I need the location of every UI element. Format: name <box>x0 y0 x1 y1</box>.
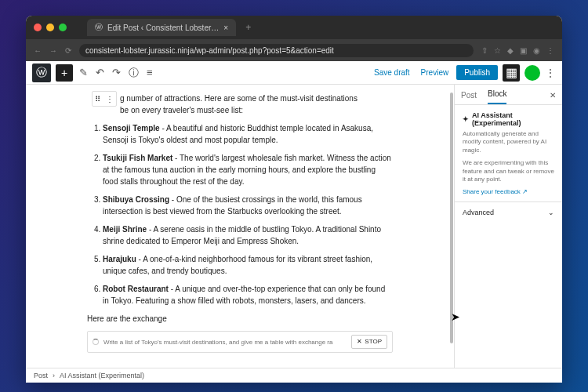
after-paragraph[interactable]: Here are the exchange <box>87 313 393 325</box>
list-item[interactable]: Robot Restaurant - A unique and over-the… <box>103 283 393 307</box>
chevron-down-icon: ⌄ <box>548 209 554 216</box>
settings-sidebar: Post Block ✕ ✦ AI Assistant (Experimenta… <box>454 85 562 368</box>
ai-assistant-input-box[interactable]: ✕ STOP <box>87 331 393 353</box>
star-icon[interactable]: ☆ <box>494 46 501 55</box>
editor-body: ⠿ ⋮ g number of attractions. Here are so… <box>26 85 562 368</box>
titlebar: ⓦ Edit Post ‹ Consistent Lobster… × + <box>26 16 562 39</box>
outline-icon[interactable]: ≡ <box>145 67 154 78</box>
back-icon[interactable]: ← <box>34 46 42 55</box>
breadcrumb-separator: › <box>53 372 55 379</box>
reload-icon[interactable]: ⟳ <box>65 46 71 55</box>
tab-block[interactable]: Block <box>488 89 506 104</box>
list-item-title: Sensoji Temple <box>103 124 160 132</box>
list-item[interactable]: Sensoji Temple - A beautiful and histori… <box>103 122 393 146</box>
intro-paragraph[interactable]: ⠿ ⋮ g number of attractions. Here are so… <box>87 93 393 116</box>
share-icon[interactable]: ⇧ <box>481 46 488 55</box>
close-window-button[interactable] <box>34 24 42 31</box>
tab-title: Edit Post ‹ Consistent Lobster… <box>107 24 219 32</box>
more-menu-icon[interactable]: ⋮ <box>545 67 556 79</box>
minimize-window-button[interactable] <box>46 24 54 31</box>
list-item[interactable]: Harajuku - A one-of-a-kind neighborhood … <box>103 253 393 277</box>
tab-close-icon[interactable]: × <box>223 24 228 32</box>
menu-icon[interactable]: ⋮ <box>546 46 554 55</box>
list-item-title: Tsukiji Fish Market <box>103 154 172 162</box>
tab-post[interactable]: Post <box>461 91 477 104</box>
close-sidebar-icon[interactable]: ✕ <box>550 91 556 100</box>
url-bar: ← → ⟳ consistent-lobster.jurassic.ninja/… <box>26 39 562 61</box>
extension-icon[interactable]: ◆ <box>507 46 514 55</box>
wordpress-logo-icon[interactable]: ⓦ <box>32 64 51 82</box>
browser-window: ⓦ Edit Post ‹ Consistent Lobster… × + ← … <box>26 16 562 383</box>
preview-button[interactable]: Preview <box>418 68 452 77</box>
wordpress-favicon: ⓦ <box>95 22 103 33</box>
list-item-title: Harajuku <box>103 255 136 263</box>
breadcrumb-root[interactable]: Post <box>34 372 48 379</box>
new-tab-button[interactable]: + <box>245 22 251 33</box>
details-icon[interactable]: ⓘ <box>127 66 140 80</box>
advanced-panel[interactable]: Advanced ⌄ <box>455 202 562 223</box>
ai-assistant-panel: ✦ AI Assistant (Experimental) Automatica… <box>455 105 562 202</box>
list-item-title: Shibuya Crossing <box>103 195 169 204</box>
loading-spinner-icon <box>93 339 99 345</box>
editor-canvas[interactable]: ⠿ ⋮ g number of attractions. Here are so… <box>26 85 454 368</box>
list-item[interactable]: Shibuya Crossing - One of the busiest cr… <box>103 194 393 217</box>
extension-icon-2[interactable]: ▣ <box>520 46 527 55</box>
ai-prompt-input[interactable] <box>103 339 347 346</box>
ai-panel-warning: We are experimenting with this feature a… <box>463 159 554 183</box>
list-item-title: Meiji Shrine <box>103 225 147 234</box>
list-item[interactable]: Tsukiji Fish Market - The world's larges… <box>103 152 393 187</box>
sparkle-icon: ✦ <box>463 115 469 123</box>
destinations-list[interactable]: Sensoji Temple - A beautiful and histori… <box>87 122 393 307</box>
address-field[interactable]: consistent-lobster.jurassic.ninja/wp-adm… <box>79 44 474 57</box>
profile-icon[interactable]: ◉ <box>533 46 540 55</box>
publish-button[interactable]: Publish <box>456 65 498 80</box>
block-options-icon[interactable]: ⋮ <box>106 93 114 105</box>
jetpack-icon[interactable] <box>524 65 540 81</box>
scrollbar-thumb[interactable] <box>450 93 453 343</box>
maximize-window-button[interactable] <box>59 24 67 31</box>
add-block-button[interactable]: + <box>56 64 73 82</box>
drag-handle-icon[interactable]: ⠿ <box>95 93 100 105</box>
breadcrumb-current[interactable]: AI Assistant (Experimental) <box>60 372 144 379</box>
block-mover[interactable]: ⠿ ⋮ <box>92 91 117 107</box>
forward-icon[interactable]: → <box>49 46 57 55</box>
browser-tab[interactable]: ⓦ Edit Post ‹ Consistent Lobster… × <box>87 19 236 36</box>
save-draft-button[interactable]: Save draft <box>371 68 413 77</box>
block-breadcrumb: Post › AI Assistant (Experimental) <box>26 368 562 383</box>
edit-tool-icon[interactable]: ✎ <box>78 67 89 78</box>
list-item[interactable]: Meiji Shrine - A serene oasis in the mid… <box>103 223 393 247</box>
stop-button[interactable]: ✕ STOP <box>351 335 387 349</box>
undo-icon[interactable]: ↶ <box>94 67 106 78</box>
editor-top-toolbar: ⓦ + ✎ ↶ ↷ ⓘ ≡ Save draft Preview Publish… <box>26 61 562 85</box>
redo-icon[interactable]: ↷ <box>111 67 122 78</box>
settings-icon[interactable]: ▦ <box>503 64 520 82</box>
editor-scrollbar[interactable] <box>449 85 454 368</box>
list-item-title: Robot Restaurant <box>103 285 169 293</box>
list-item-body: - A one-of-a-kind neighborhood famous fo… <box>103 255 372 275</box>
feedback-link[interactable]: Share your feedback ↗ <box>463 188 528 195</box>
ai-panel-title: AI Assistant (Experimental) <box>472 111 554 127</box>
ai-panel-desc: Automatically generate and modify conten… <box>463 130 554 154</box>
close-icon: ✕ <box>357 337 362 347</box>
